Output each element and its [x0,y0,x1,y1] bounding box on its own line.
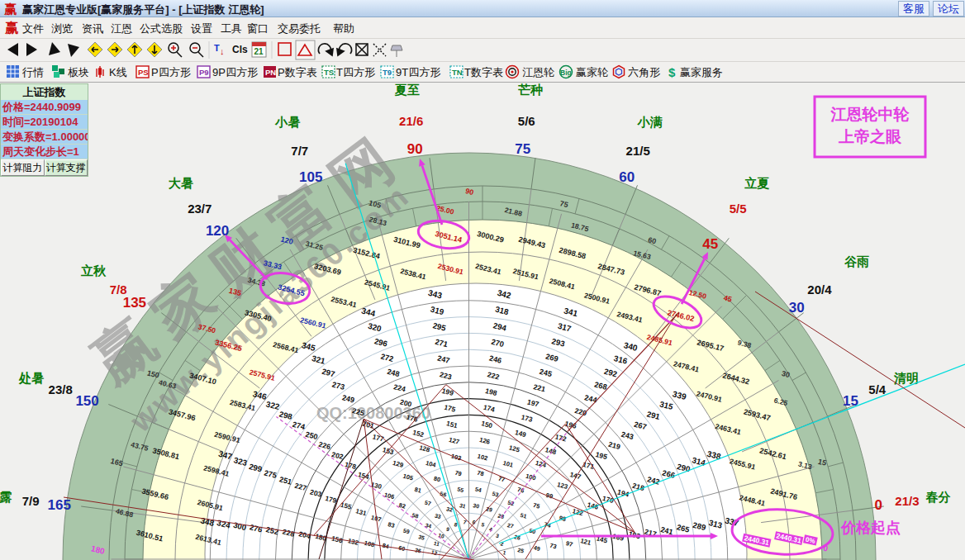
svg-text:5/5: 5/5 [730,202,747,216]
svg-text:90: 90 [407,141,423,157]
svg-text:23/8: 23/8 [49,382,73,396]
svg-text:75: 75 [515,141,530,157]
svg-text:23/7: 23/7 [188,202,212,216]
svg-text:板块: 板块 [68,66,89,78]
svg-text:价格起点: 价格起点 [840,520,901,536]
svg-text:小满: 小满 [637,115,663,129]
svg-text:↓: ↓ [220,46,225,56]
svg-text:45: 45 [702,236,718,252]
svg-text:春分: 春分 [925,490,951,504]
svg-text:谷雨: 谷雨 [844,254,869,268]
svg-text:PS: PS [138,68,149,77]
svg-text:Cls: Cls [232,44,248,55]
svg-text:21/3: 21/3 [895,494,919,508]
svg-text:9P四方形: 9P四方形 [212,66,258,78]
svg-text:K线: K线 [109,66,127,78]
svg-text:T9: T9 [383,68,392,77]
svg-text:9T四方形: 9T四方形 [396,66,440,78]
svg-text:清明: 清明 [893,371,919,385]
svg-text:PN: PN [265,68,276,77]
svg-text:TN: TN [452,68,463,77]
svg-text:白露: 白露 [0,490,12,504]
svg-text:上帝之眼: 上帝之眼 [838,128,902,145]
svg-text:小暑: 小暑 [274,115,300,129]
svg-text:江恩轮: 江恩轮 [522,66,554,78]
svg-text:$: $ [668,65,676,79]
svg-text:Big: Big [560,69,572,77]
svg-text:赢家轮: 赢家轮 [576,66,608,78]
svg-text:7/8: 7/8 [110,282,127,297]
svg-text:立秋: 立秋 [80,263,107,278]
svg-text:芒种: 芒种 [517,83,543,97]
svg-text:21: 21 [254,47,264,56]
svg-text:立夏: 立夏 [744,176,769,190]
svg-text:T四方形: T四方形 [336,66,375,78]
svg-text:TS: TS [324,68,334,77]
svg-text:5/6: 5/6 [518,114,535,128]
svg-text:21/6: 21/6 [399,114,423,128]
svg-text:P9: P9 [199,68,209,77]
svg-text:105: 105 [299,169,322,185]
svg-text:60: 60 [619,169,635,185]
svg-text:江恩轮中轮: 江恩轮中轮 [830,106,910,123]
svg-text:处暑: 处暑 [18,371,44,385]
svg-text:行情: 行情 [21,66,44,78]
svg-text:大暑: 大暑 [169,176,193,190]
svg-text:5/4: 5/4 [868,382,887,396]
svg-text:7/7: 7/7 [291,144,308,158]
svg-text:夏至: 夏至 [394,83,420,97]
svg-text:7/9: 7/9 [22,494,40,508]
svg-text:P四方形: P四方形 [151,66,191,78]
svg-text:165: 165 [48,497,71,513]
svg-text:21/5: 21/5 [626,144,650,158]
svg-text:0: 0 [874,497,882,513]
svg-text:赢家服务: 赢家服务 [680,66,723,78]
svg-text:135: 135 [123,295,146,311]
svg-text:六角形: 六角形 [628,66,660,78]
svg-text:P数字表: P数字表 [278,66,317,78]
svg-text:30: 30 [789,300,805,316]
svg-text:150: 150 [75,393,98,409]
svg-text:T数字表: T数字表 [464,66,503,78]
svg-text:T: T [214,43,220,53]
svg-text:20/4: 20/4 [807,282,832,297]
